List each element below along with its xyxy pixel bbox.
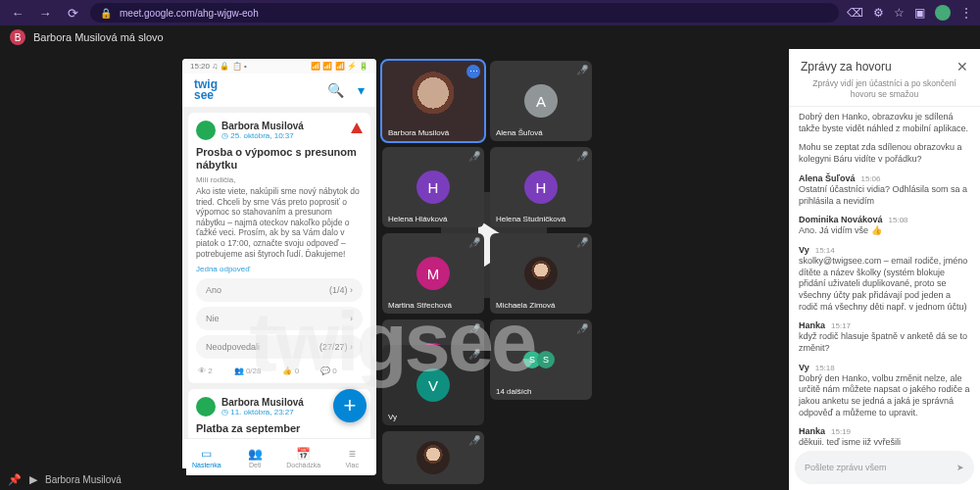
tab-dochadzka[interactable]: 📅Dochádzka — [279, 439, 328, 475]
extensions-icon[interactable]: ⚙ — [873, 6, 884, 20]
tile-label: Barbora Musilová — [388, 128, 449, 137]
chat-message: Dominika Nováková15:08Ano. Já vidím vše … — [799, 215, 970, 237]
new-post-button[interactable]: + — [333, 389, 367, 422]
self-tile[interactable]: V Vy 🎤̷ — [382, 345, 484, 425]
mic-muted-icon: 🎤̷ — [468, 323, 480, 334]
likes-icon: 👍 0 — [282, 367, 299, 375]
post-title: Prosba o výpomoc s presunom nábytku — [196, 146, 363, 172]
profile-avatar[interactable] — [935, 5, 951, 21]
bottom-tabs: ▭Nástenka 👥Deti 📅Dochádzka ≡Viac — [182, 438, 376, 475]
speaker-text: Barbora Musilová má slovo — [33, 31, 164, 43]
url-text: meet.google.com/ahg-wjgw-eoh — [120, 8, 259, 19]
browser-actions: ⌫ ⚙ ☆ ▣ ⋮ — [847, 5, 972, 21]
pin-icon[interactable]: 📌 — [8, 473, 22, 486]
tile-label: Helena Studničková — [496, 215, 565, 223]
mic-muted-icon: 🎤̷ — [468, 237, 480, 248]
msg-body: Ano. Já vidím vše 👍 — [799, 225, 970, 237]
footer-bar: 📌 ▶ Barbora Musilová — [0, 468, 186, 490]
views-icon: 👁 2 — [198, 367, 213, 375]
msg-author: Hanka — [799, 426, 825, 436]
post-date: ◷ 25. októbra, 10:37 — [221, 131, 304, 140]
msg-time: 15:18 — [815, 364, 835, 372]
overflow-avatars: SS — [527, 351, 555, 368]
mic-muted-icon: 🎤̷ — [468, 435, 480, 446]
tile-label: Michaela Zimová — [496, 301, 555, 310]
reply-link[interactable]: Jedna odpoveď — [196, 265, 363, 273]
reload-icon[interactable]: ⟳ — [63, 3, 82, 23]
chat-input[interactable]: Pošlete zprávu všem ➤ — [795, 451, 974, 484]
speaking-banner: B Barbora Musilová má slovo — [0, 25, 980, 49]
chat-message: Dobrý den Hanko, obrazovku je sdílená ta… — [799, 112, 970, 134]
tile-label: Martina Střechová — [388, 301, 452, 310]
author-name: Barbora Musilová — [221, 397, 304, 408]
msg-time: 15:08 — [889, 216, 908, 224]
author-avatar — [196, 397, 216, 416]
app-logo: twigsee — [194, 79, 218, 101]
tab-viac[interactable]: ≡Viac — [328, 439, 377, 475]
participant-tile[interactable]: M🎤̷Martina Střechová — [382, 233, 484, 314]
msg-time: 15:14 — [815, 246, 835, 255]
author-avatar — [196, 121, 216, 140]
translate-icon[interactable]: ⌫ — [847, 6, 863, 20]
chat-message: Vy15:14skolky@twigsee.com – email rodiče… — [799, 245, 970, 313]
participant-tile[interactable]: A🎤̷Alena Šuľová — [490, 61, 592, 141]
phone-status-left: 15:20 ♫ 🔒 📋 • — [190, 62, 247, 71]
msg-body: Dobrý den Hanko, volbu změnit nelze, ale… — [799, 373, 970, 419]
mic-muted-icon: 🎤̷ — [576, 237, 588, 248]
tab-nastenka[interactable]: ▭Nástenka — [182, 439, 231, 475]
search-icon[interactable]: 🔍 — [327, 82, 344, 98]
tab-deti[interactable]: 👥Deti — [231, 439, 280, 475]
footer-presenter: Barbora Musilová — [45, 474, 122, 485]
participant-tile[interactable]: H🎤̷Helena Hlávková — [382, 147, 484, 227]
forward-icon[interactable]: → — [35, 3, 55, 23]
msg-time: 15:17 — [831, 321, 851, 330]
participant-avatar: H — [524, 171, 558, 204]
shared-screen-phone: 15:20 ♫ 🔒 📋 • 📶 📶 📶 ⚡ 🔋 twigsee 🔍 ▾ — [182, 59, 376, 475]
send-icon[interactable]: ➤ — [956, 463, 964, 472]
participant-photo — [416, 441, 450, 474]
participant-tile[interactable]: 🎤̷ — [382, 431, 484, 484]
poll-option-yes[interactable]: Ano(1/4) › — [196, 278, 363, 302]
comments-icon: 💬 0 — [320, 367, 337, 375]
participant-tile[interactable]: ⋯Barbora Musilová — [382, 61, 484, 141]
more-icon[interactable]: ⋯ — [466, 65, 480, 78]
present-icon[interactable]: ▣ — [914, 6, 925, 20]
msg-time: 15:19 — [831, 427, 851, 436]
present-icon[interactable]: ▶ — [29, 473, 37, 486]
participant-photo — [524, 257, 558, 290]
participant-avatar: H — [416, 171, 450, 204]
msg-author: Hanka — [799, 320, 825, 330]
mic-muted-icon: 🎤̷ — [576, 323, 588, 334]
bookmark-icon[interactable]: ☆ — [894, 6, 905, 20]
participant-tile[interactable]: 🎤̷Michaela Zimová — [490, 233, 592, 314]
mic-muted-icon: 🎤̷ — [576, 151, 588, 162]
poll-option-no[interactable]: Nie› — [196, 307, 363, 330]
chat-messages: Dobrý den Hanko, obrazovku je sdílená ta… — [789, 107, 980, 445]
url-bar[interactable]: 🔒 meet.google.com/ahg-wjgw-eoh — [90, 3, 839, 23]
post-body: Ako iste viete, nakúpili sme nový nábyto… — [196, 186, 363, 259]
self-avatar: V — [416, 368, 450, 402]
menu-icon[interactable]: ⋮ — [960, 6, 972, 20]
tile-label: Alena Šuľová — [496, 128, 543, 137]
author-name: Barbora Musilová — [221, 121, 304, 131]
chat-panel: Zprávy za hovoru ✕ Zprávy vidí jen účast… — [789, 49, 980, 490]
msg-body: Dobrý den Hanko, obrazovku je sdílená ta… — [799, 112, 970, 134]
participant-tile[interactable]: H🎤̷Helena Studničková — [490, 147, 592, 227]
stage: 15:20 ♫ 🔒 📋 • 📶 📶 📶 ⚡ 🔋 twigsee 🔍 ▾ — [0, 49, 789, 490]
msg-author: Alena Šuľová — [799, 173, 856, 183]
msg-author: Vy — [799, 245, 809, 255]
participant-tile[interactable]: SS🎤̷14 dalších — [490, 319, 592, 400]
filter-icon[interactable]: ▾ — [358, 82, 365, 98]
speaker-badge: B — [10, 29, 25, 45]
poll-option-noanswer[interactable]: Neodpovedali(27/27) › — [196, 335, 363, 359]
chat-message: Vy15:18Dobrý den Hanko, volbu změnit nel… — [799, 363, 970, 419]
mic-muted-icon: 🎤̷ — [468, 151, 480, 162]
post-title: Platba za september — [196, 422, 363, 435]
post-card[interactable]: Barbora Musilová ◷ 25. októbra, 10:37 Pr… — [188, 113, 370, 384]
mic-muted-icon: 🎤̷ — [576, 65, 588, 75]
chat-notice: Zprávy vidí jen účastníci a po skončení … — [789, 78, 980, 107]
tile-label: Vy — [388, 413, 397, 421]
chat-message: Hanka15:17když rodič hlasuje špatně v an… — [799, 320, 970, 354]
back-icon[interactable]: ← — [8, 3, 27, 23]
close-icon[interactable]: ✕ — [956, 59, 968, 74]
